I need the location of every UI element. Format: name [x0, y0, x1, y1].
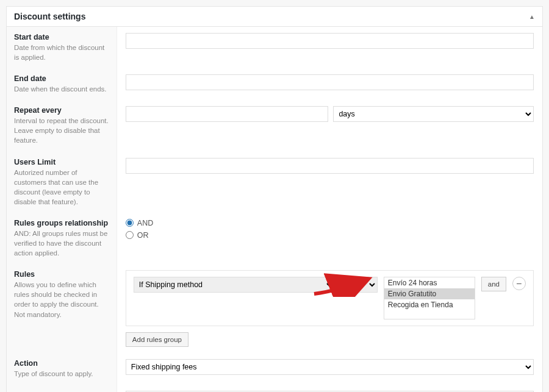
rule-condition-select[interactable]: If Shipping method: [134, 277, 335, 293]
rule-option-selected[interactable]: Envio Gratutito: [384, 288, 475, 299]
settings-form: Start date Date from which the discount …: [7, 27, 542, 392]
relationship-or-radio[interactable]: [126, 231, 134, 239]
start-date-input[interactable]: [126, 33, 534, 49]
action-select[interactable]: Fixed shipping fees: [126, 359, 534, 375]
rules-label: Rules: [14, 270, 109, 279]
discount-settings-panel: Discount settings ▲ Start date Date from…: [6, 6, 543, 392]
relationship-or-row[interactable]: OR: [126, 231, 534, 240]
rule-and-button[interactable]: and: [481, 277, 506, 291]
relationship-or-text: OR: [137, 231, 149, 240]
rule-option[interactable]: Envío 24 horas: [384, 277, 475, 288]
relationship-label: Rules groups relationship: [14, 219, 109, 227]
rule-group: If Shipping method IN Envío 24 horas Env…: [126, 270, 534, 326]
repeat-interval-input[interactable]: [126, 106, 329, 122]
relationship-and-row[interactable]: AND: [126, 219, 534, 227]
end-date-label: End date: [14, 74, 109, 83]
rule-remove-button[interactable]: –: [512, 277, 526, 290]
users-limit-desc: Autorized number of customers that can u…: [14, 168, 109, 207]
collapse-icon[interactable]: ▲: [529, 13, 535, 20]
panel-header: Discount settings ▲: [7, 7, 542, 27]
panel-title: Discount settings: [14, 12, 85, 21]
add-rules-group-button[interactable]: Add rules group: [126, 332, 188, 347]
repeat-desc: Interval to repeat the discount. Leave e…: [14, 116, 109, 145]
rules-desc: Allows you to define which rules should …: [14, 280, 109, 319]
action-desc: Type of discount to apply.: [14, 369, 109, 379]
repeat-label: Repeat every: [14, 106, 109, 115]
action-label: Action: [14, 359, 109, 368]
start-date-label: Start date: [14, 33, 109, 41]
users-limit-label: Users Limit: [14, 158, 109, 166]
rule-option[interactable]: Recogida en Tienda: [384, 299, 475, 310]
end-date-desc: Date when the discount ends.: [14, 84, 109, 94]
rule-value-multiselect[interactable]: Envío 24 horas Envio Gratutito Recogida …: [384, 277, 475, 319]
relationship-and-radio[interactable]: [126, 219, 134, 227]
relationship-and-text: AND: [137, 219, 153, 227]
rule-operator-select[interactable]: IN: [341, 277, 378, 293]
start-date-desc: Date from which the discount is applied.: [14, 43, 109, 62]
users-limit-input[interactable]: [126, 158, 534, 174]
end-date-input[interactable]: [126, 74, 534, 90]
repeat-unit-select[interactable]: days: [333, 106, 534, 122]
relationship-desc: AND: All groups rules must be verified t…: [14, 229, 109, 258]
